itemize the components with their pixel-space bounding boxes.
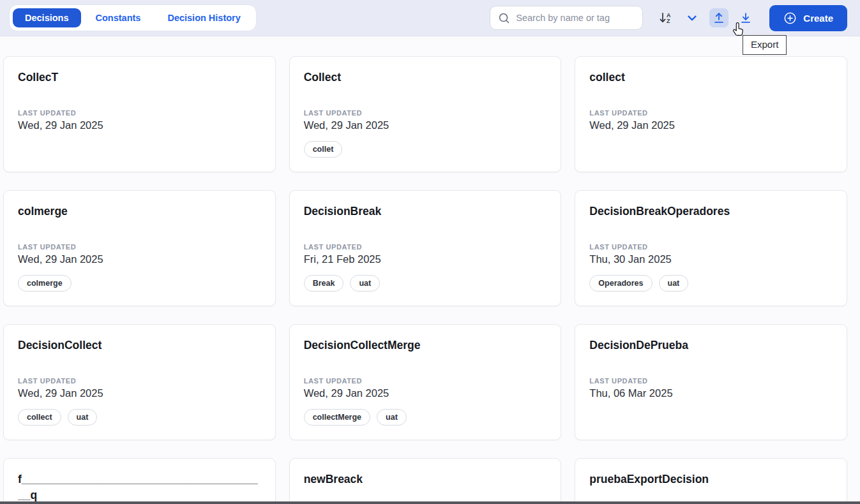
search-box[interactable]	[490, 6, 643, 30]
import-icon[interactable]	[736, 8, 755, 27]
decision-card[interactable]: DecisionBreak LAST UPDATED Fri, 21 Feb 2…	[289, 190, 562, 306]
sort-cluster: A Z	[656, 8, 755, 27]
plus-circle-icon	[783, 11, 797, 25]
card-title: Collect	[304, 70, 547, 85]
card-title: newBreack	[304, 471, 547, 487]
tag-pill: colmerge	[18, 275, 72, 292]
card-meta: LAST UPDATED Wed, 29 Jan 2025	[18, 243, 261, 265]
card-title: pruebaExportDecision	[589, 471, 833, 487]
sort-az-icon[interactable]: A Z	[656, 8, 675, 27]
tag-pill: uat	[659, 275, 689, 292]
tag-pill: collet	[304, 141, 343, 158]
decision-card[interactable]: DecisionCollect LAST UPDATED Wed, 29 Jan…	[3, 324, 276, 440]
card-title: DecisionDePrueba	[589, 337, 833, 353]
card-title: f_______________________________________…	[18, 471, 261, 504]
decision-card[interactable]: DecisionDePrueba LAST UPDATED Thu, 06 Ma…	[575, 324, 847, 440]
card-grid: CollecT LAST UPDATED Wed, 29 Jan 2025 Co…	[0, 36, 860, 504]
card-meta: LAST UPDATED Thu, 30 Jan 2025	[589, 243, 833, 265]
decision-card[interactable]: DecisionCollectMerge LAST UPDATED Wed, 2…	[289, 324, 562, 440]
last-updated-date: Wed, 29 Jan 2025	[18, 387, 261, 399]
last-updated-date: Wed, 29 Jan 2025	[589, 119, 833, 131]
decision-card[interactable]: DecisionBreakOperadores LAST UPDATED Thu…	[575, 190, 847, 306]
last-updated-label: LAST UPDATED	[304, 377, 547, 385]
last-updated-label: LAST UPDATED	[18, 377, 261, 385]
card-tags: colmerge	[18, 275, 261, 292]
tab-decision-history[interactable]: Decision History	[155, 8, 252, 27]
last-updated-label: LAST UPDATED	[18, 243, 261, 251]
tag-pill: uat	[350, 275, 380, 292]
header-actions: A Z	[490, 5, 847, 31]
last-updated-label: LAST UPDATED	[18, 109, 261, 117]
tag-pill: collect	[18, 409, 61, 426]
tab-group: DecisionsConstantsDecision History	[9, 4, 257, 31]
bottom-scrollbar[interactable]	[0, 501, 860, 504]
last-updated-date: Wed, 29 Jan 2025	[304, 387, 547, 399]
card-meta: LAST UPDATED Fri, 21 Feb 2025	[304, 243, 547, 265]
tag-pill: uat	[377, 409, 407, 426]
card-tags: collectuat	[18, 409, 261, 426]
last-updated-date: Fri, 21 Feb 2025	[304, 253, 547, 265]
svg-text:Z: Z	[667, 18, 670, 24]
last-updated-date: Thu, 06 Mar 2025	[589, 387, 833, 399]
decision-card[interactable]: pruebaExportDecision	[575, 458, 847, 504]
card-title: DecisionBreakOperadores	[589, 204, 833, 219]
tag-pill: Operadores	[589, 275, 652, 292]
last-updated-date: Wed, 29 Jan 2025	[304, 119, 547, 131]
tag-pill: Break	[304, 275, 344, 292]
card-tags: Operadoresuat	[589, 275, 833, 292]
decision-card[interactable]: newBreack	[289, 458, 562, 504]
last-updated-label: LAST UPDATED	[589, 243, 833, 251]
card-meta: LAST UPDATED Wed, 29 Jan 2025	[304, 109, 547, 131]
search-icon	[498, 12, 510, 24]
card-meta: LAST UPDATED Wed, 29 Jan 2025	[304, 377, 547, 399]
card-title: collect	[589, 70, 833, 85]
decision-card[interactable]: Collect LAST UPDATED Wed, 29 Jan 2025 co…	[289, 56, 562, 172]
card-meta: LAST UPDATED Wed, 29 Jan 2025	[18, 109, 261, 131]
card-tags: collet	[304, 141, 547, 158]
search-input[interactable]	[516, 13, 635, 23]
svg-text:A: A	[667, 12, 671, 19]
tab-constants[interactable]: Constants	[84, 8, 153, 27]
card-meta: LAST UPDATED Wed, 29 Jan 2025	[589, 109, 833, 131]
chevron-down-icon[interactable]	[683, 8, 702, 27]
last-updated-label: LAST UPDATED	[304, 243, 547, 251]
tag-pill: uat	[68, 409, 98, 426]
last-updated-date: Wed, 29 Jan 2025	[18, 119, 261, 131]
card-meta: LAST UPDATED Thu, 06 Mar 2025	[589, 377, 833, 399]
card-title: DecisionBreak	[304, 204, 547, 219]
tag-pill: collectMerge	[304, 409, 370, 426]
export-icon[interactable]	[709, 8, 728, 27]
last-updated-label: LAST UPDATED	[589, 377, 833, 385]
export-tooltip: Export	[743, 35, 787, 55]
card-tags: Breakuat	[304, 275, 547, 292]
decision-card[interactable]: CollecT LAST UPDATED Wed, 29 Jan 2025	[3, 56, 276, 172]
top-bar: DecisionsConstantsDecision History A Z	[0, 0, 860, 36]
card-title: DecisionCollect	[18, 337, 261, 353]
create-button-label: Create	[803, 13, 833, 24]
card-title: colmerge	[18, 204, 261, 219]
card-title: CollecT	[18, 70, 261, 85]
last-updated-date: Wed, 29 Jan 2025	[18, 253, 261, 265]
card-tags: collectMergeuat	[304, 409, 547, 426]
last-updated-label: LAST UPDATED	[304, 109, 547, 117]
decision-card[interactable]: colmerge LAST UPDATED Wed, 29 Jan 2025 c…	[3, 190, 276, 306]
decision-card[interactable]: f_______________________________________…	[3, 458, 276, 504]
card-meta: LAST UPDATED Wed, 29 Jan 2025	[18, 377, 261, 399]
last-updated-date: Thu, 30 Jan 2025	[589, 253, 833, 265]
last-updated-label: LAST UPDATED	[589, 109, 833, 117]
card-title: DecisionCollectMerge	[304, 337, 547, 353]
tab-decisions[interactable]: Decisions	[13, 8, 81, 27]
decision-card[interactable]: collect LAST UPDATED Wed, 29 Jan 2025	[575, 56, 847, 172]
create-button[interactable]: Create	[769, 5, 847, 31]
